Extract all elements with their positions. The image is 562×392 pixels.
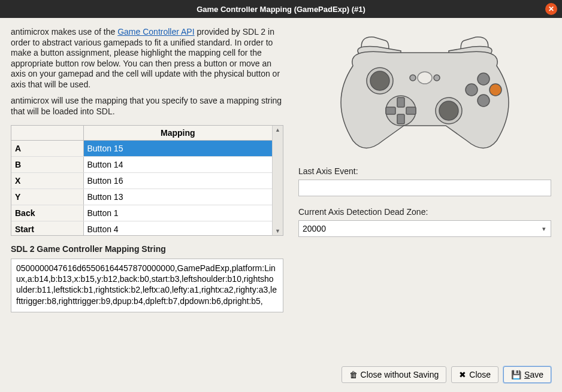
deadzone-combobox[interactable]: 20000 — [298, 220, 551, 237]
svg-point-9 — [410, 75, 416, 81]
mapping-cell[interactable]: Button 14 — [83, 157, 272, 173]
table-scrollbar[interactable] — [272, 126, 283, 235]
svg-rect-8 — [406, 107, 416, 114]
right-column: Last Axis Event: Current Axis Detection … — [298, 27, 551, 312]
svg-point-12 — [466, 84, 478, 96]
mapping-table[interactable]: Mapping AButton 15BButton 14XButton 16YB… — [11, 126, 272, 235]
close-icon: ✕ — [548, 5, 554, 13]
deadzone-value: 20000 — [303, 224, 326, 233]
mapping-cell[interactable]: Button 16 — [83, 173, 272, 189]
svg-point-3 — [439, 101, 458, 120]
svg-rect-6 — [397, 114, 404, 124]
table-row[interactable]: BackButton 1 — [11, 205, 272, 221]
table-row[interactable]: BButton 14 — [11, 157, 272, 173]
svg-rect-5 — [397, 98, 404, 107]
svg-point-15 — [478, 95, 490, 107]
row-header: X — [11, 173, 83, 189]
row-header: B — [11, 157, 83, 173]
deadzone-label: Current Axis Detection Dead Zone: — [298, 207, 551, 217]
mapping-table-container: Mapping AButton 15BButton 14XButton 16YB… — [11, 125, 283, 236]
mapping-cell[interactable]: Button 1 — [83, 205, 272, 221]
mapping-cell[interactable]: Button 13 — [83, 189, 272, 205]
save-button[interactable]: 💾 Save — [503, 366, 551, 383]
row-header: A — [11, 141, 83, 157]
table-row[interactable]: AButton 15 — [11, 141, 272, 157]
row-header: Back — [11, 205, 83, 221]
trash-icon: 🗑 — [349, 370, 358, 379]
main-content: antimicrox makes use of the Game Control… — [11, 27, 551, 312]
table-header-mapping: Mapping — [83, 126, 272, 141]
window-body: antimicrox makes use of the Game Control… — [0, 18, 562, 392]
svg-point-14 — [490, 84, 501, 96]
intro-paragraph-1: antimicrox makes use of the Game Control… — [11, 27, 283, 90]
row-header: Y — [11, 189, 83, 205]
row-header: Start — [11, 221, 83, 236]
svg-rect-7 — [386, 107, 395, 114]
mapping-cell[interactable]: Button 15 — [83, 141, 272, 157]
left-column: antimicrox makes use of the Game Control… — [11, 27, 283, 312]
svg-point-13 — [478, 73, 490, 85]
mapping-string-label: SDL 2 Game Controller Mapping String — [11, 244, 283, 254]
table-row[interactable]: StartButton 4 — [11, 221, 272, 236]
mapping-string-textarea[interactable] — [11, 259, 283, 312]
gamepad-diagram — [317, 30, 533, 156]
svg-point-1 — [370, 71, 389, 90]
x-icon: ✖ — [459, 370, 466, 379]
titlebar: Game Controller Mapping (GamePadExp) (#1… — [0, 0, 562, 18]
table-header-blank — [11, 126, 83, 141]
close-without-saving-button[interactable]: 🗑 Close without Saving — [342, 366, 447, 383]
last-axis-event-label: Last Axis Event: — [298, 166, 551, 176]
table-row[interactable]: YButton 13 — [11, 189, 272, 205]
save-icon: 💾 — [511, 370, 521, 379]
table-row[interactable]: XButton 16 — [11, 173, 272, 189]
game-controller-api-link[interactable]: Game Controller API — [117, 27, 194, 37]
svg-point-10 — [434, 75, 440, 81]
button-bar: 🗑 Close without Saving ✖ Close 💾 Save — [11, 360, 551, 383]
svg-point-11 — [418, 72, 432, 84]
window-close-button[interactable]: ✕ — [545, 3, 557, 15]
close-button[interactable]: ✖ Close — [451, 366, 498, 383]
last-axis-event-input[interactable] — [298, 180, 551, 196]
intro-paragraph-2: antimicrox will use the mapping that you… — [11, 96, 283, 117]
mapping-cell[interactable]: Button 4 — [83, 221, 272, 236]
window-title: Game Controller Mapping (GamePadExp) (#1… — [197, 5, 365, 14]
